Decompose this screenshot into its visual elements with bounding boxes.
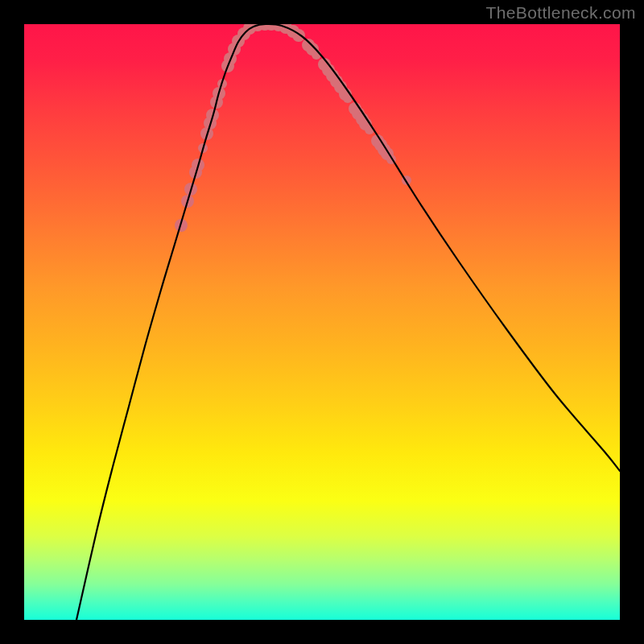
plot-area	[24, 24, 620, 620]
chart-frame: TheBottleneck.com	[0, 0, 644, 644]
watermark-text: TheBottleneck.com	[485, 3, 636, 23]
curve-layer	[24, 24, 620, 620]
curve-markers	[175, 24, 411, 232]
bottleneck-curve	[76, 24, 620, 620]
